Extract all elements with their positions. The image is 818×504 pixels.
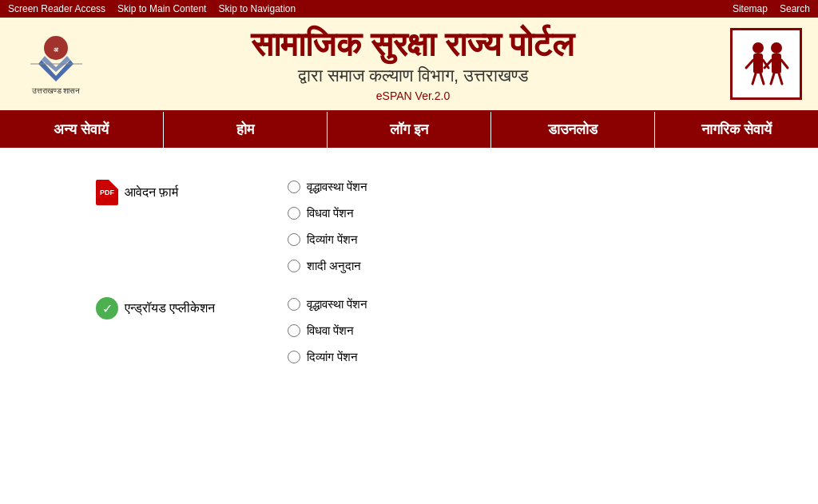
- widow-pension-radio-2[interactable]: [288, 324, 300, 337]
- divyang-pension-radio-1[interactable]: [288, 233, 300, 246]
- widow-pension-radio-1[interactable]: [288, 207, 300, 220]
- divyang-pension-label-1: दिव्यांग पेंशन: [307, 232, 358, 247]
- divyang-pension-option-2[interactable]: दिव्यांग पेंशन: [288, 350, 367, 364]
- svg-line-5: [746, 60, 753, 68]
- android-app-label[interactable]: ✓ एन्ड्रॉयड एप्लीकेशन: [96, 297, 256, 319]
- top-bar: Screen Reader Access Skip to Main Conten…: [0, 0, 818, 18]
- svg-text:अ: अ: [54, 46, 59, 54]
- marriage-grant-radio-1[interactable]: [288, 260, 300, 272]
- svg-line-14: [779, 73, 782, 84]
- svg-rect-4: [753, 54, 763, 73]
- top-bar-left: Screen Reader Access Skip to Main Conten…: [8, 3, 296, 14]
- main-nav: अन्य सेवायें होम लॉग इन डाउनलोड नागरिक स…: [0, 112, 818, 148]
- old-age-pension-option-2[interactable]: वृद्धावस्था पेंशन: [288, 297, 367, 312]
- svg-line-7: [752, 73, 756, 84]
- header: अ उत्तराखण्ड शासन सामाजिक सुरक्षा राज्य …: [0, 18, 818, 112]
- widow-pension-label-2: विधवा पेंशन: [307, 323, 354, 338]
- logo-right: [730, 28, 802, 100]
- pension-logo: [738, 36, 794, 92]
- android-app-options: वृद्धावस्था पेंशन विधवा पेंशन दिव्यांग प…: [288, 297, 367, 364]
- svg-line-12: [781, 60, 788, 68]
- marriage-grant-label-1: शादी अनुदान: [307, 259, 361, 273]
- top-bar-right: Sitemap Search: [733, 3, 810, 14]
- pdf-icon: PDF: [96, 180, 118, 205]
- application-form-label[interactable]: PDF आवेदन फ़ार्म: [96, 180, 256, 205]
- marriage-grant-option-1[interactable]: शादी अनुदान: [288, 259, 367, 273]
- android-icon: ✓: [96, 297, 118, 319]
- screen-reader-access[interactable]: Screen Reader Access: [8, 3, 105, 14]
- widow-pension-option-1[interactable]: विधवा पेंशन: [288, 206, 367, 220]
- application-form-options: वृद्धावस्था पेंशन विधवा पेंशन दिव्यांग प…: [288, 180, 367, 273]
- uttarakhand-emblem: अ: [30, 32, 82, 84]
- logo-left: अ उत्तराखण्ड शासन: [16, 32, 96, 96]
- application-form-section: PDF आवेदन फ़ार्म वृद्धावस्था पेंशन विधवा…: [96, 180, 786, 273]
- nav-other-services[interactable]: अन्य सेवायें: [0, 112, 164, 148]
- old-age-pension-option-1[interactable]: वृद्धावस्था पेंशन: [288, 180, 367, 194]
- search-link[interactable]: Search: [780, 3, 810, 14]
- main-content: PDF आवेदन फ़ार्म वृद्धावस्था पेंशन विधवा…: [0, 148, 818, 404]
- skip-main-content[interactable]: Skip to Main Content: [117, 3, 206, 14]
- svg-line-13: [771, 73, 774, 84]
- old-age-pension-radio-1[interactable]: [288, 181, 300, 193]
- header-subtitle: द्वारा समाज कल्याण विभाग, उत्तराखण्ड: [96, 65, 730, 86]
- sitemap-link[interactable]: Sitemap: [733, 3, 768, 14]
- svg-rect-10: [772, 54, 781, 73]
- widow-pension-option-2[interactable]: विधवा पेंशन: [288, 323, 367, 338]
- pdf-icon-text: PDF: [100, 189, 114, 196]
- header-version: eSPAN Ver.2.0: [96, 89, 730, 102]
- old-age-pension-radio-2[interactable]: [288, 298, 300, 311]
- svg-point-3: [752, 42, 764, 54]
- logo-left-text: उत्तराखण्ड शासन: [32, 86, 81, 96]
- application-form-text: आवेदन फ़ार्म: [125, 185, 178, 200]
- widow-pension-label-1: विधवा पेंशन: [307, 206, 354, 220]
- nav-login[interactable]: लॉग इन: [328, 112, 491, 148]
- divyang-pension-option-1[interactable]: दिव्यांग पेंशन: [288, 232, 367, 247]
- divyang-pension-radio-2[interactable]: [288, 351, 300, 363]
- header-title: सामाजिक सुरक्षा राज्य पोर्टल: [96, 26, 730, 64]
- svg-point-9: [771, 42, 782, 54]
- android-app-section: ✓ एन्ड्रॉयड एप्लीकेशन वृद्धावस्था पेंशन …: [96, 297, 786, 364]
- old-age-pension-label-1: वृद्धावस्था पेंशन: [307, 180, 367, 194]
- android-app-text: एन्ड्रॉयड एप्लीकेशन: [125, 301, 215, 315]
- skip-navigation[interactable]: Skip to Navigation: [218, 3, 296, 14]
- nav-download[interactable]: डाउनलोड: [491, 112, 655, 148]
- nav-home[interactable]: होम: [164, 112, 328, 148]
- divyang-pension-label-2: दिव्यांग पेंशन: [307, 350, 358, 364]
- header-center: सामाजिक सुरक्षा राज्य पोर्टल द्वारा समाज…: [96, 26, 730, 102]
- nav-citizen-services[interactable]: नागरिक सेवायें: [655, 112, 818, 148]
- android-check: ✓: [102, 301, 113, 316]
- old-age-pension-label-2: वृद्धावस्था पेंशन: [307, 297, 367, 312]
- svg-line-8: [760, 73, 764, 84]
